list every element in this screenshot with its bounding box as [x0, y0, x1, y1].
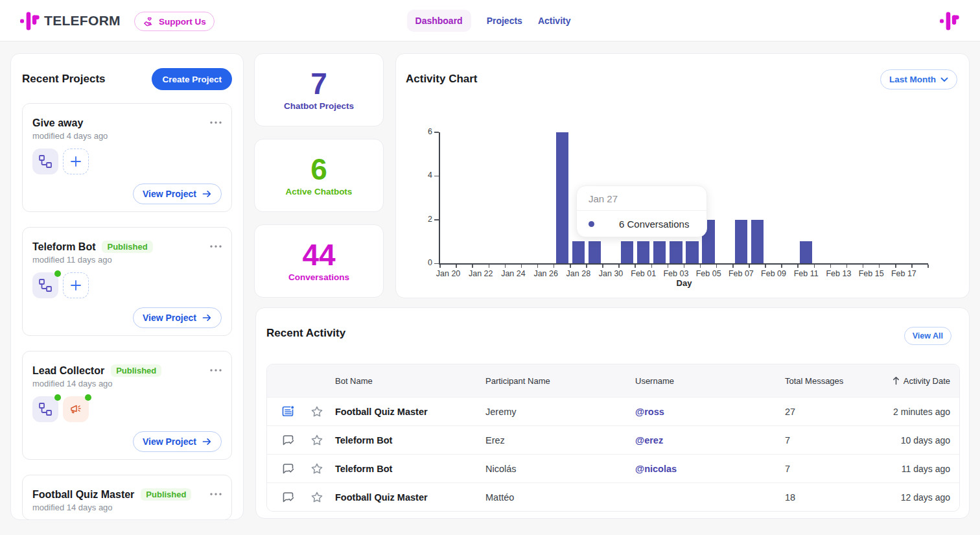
- username-link[interactable]: @nicolas: [635, 464, 785, 474]
- hand-heart-icon: [143, 16, 155, 28]
- flow-bot-icon[interactable]: [32, 396, 58, 422]
- total-messages: 27: [785, 407, 875, 417]
- active-status-dot: [54, 270, 61, 277]
- x-tick: [928, 265, 929, 268]
- x-tick: [439, 265, 441, 268]
- nav-activity[interactable]: Activity: [538, 16, 571, 26]
- flow-bot-icon[interactable]: [32, 149, 58, 174]
- arrow-right-icon: [202, 313, 212, 323]
- chart-tooltip: Jan 27 6 Conversations: [576, 185, 707, 237]
- chart-bar[interactable]: [589, 241, 601, 263]
- more-options-icon[interactable]: [210, 117, 222, 125]
- username-link[interactable]: @ross: [635, 407, 785, 417]
- support-us-button[interactable]: Support Us: [134, 12, 215, 31]
- y-tick: [434, 132, 439, 133]
- project-name: Lead Collector: [32, 364, 104, 377]
- more-options-icon[interactable]: [210, 364, 222, 372]
- col-username: Username: [635, 376, 785, 386]
- x-axis-title: Day: [440, 278, 928, 288]
- x-tick: [879, 265, 880, 268]
- arrow-right-icon: [202, 436, 212, 447]
- chart-bar[interactable]: [670, 241, 682, 263]
- y-tick: [434, 263, 439, 265]
- view-project-button[interactable]: View Project: [133, 184, 222, 204]
- x-tick: [489, 265, 490, 268]
- published-badge: Published: [102, 241, 152, 253]
- stat-value: 7: [310, 69, 327, 99]
- x-tick: [635, 265, 636, 268]
- activity-row[interactable]: Teleform Bot Erez @erez 7 10 days ago: [267, 425, 959, 454]
- chart-bar[interactable]: [621, 241, 633, 263]
- bot-name: Teleform Bot: [335, 464, 485, 474]
- tooltip-series-dot: [589, 221, 594, 227]
- view-project-button[interactable]: View Project: [133, 307, 222, 328]
- x-tick: [618, 265, 620, 268]
- broadcast-bot-icon[interactable]: [63, 396, 89, 422]
- col-bot-name: Bot Name: [335, 376, 485, 386]
- x-tick-label: Feb 01: [627, 269, 659, 278]
- x-tick: [602, 265, 603, 268]
- chart-bar[interactable]: [637, 241, 649, 263]
- view-project-button[interactable]: View Project: [133, 431, 222, 452]
- recent-projects-panel: Recent Projects Create Project Give away…: [10, 53, 244, 520]
- star-icon[interactable]: [310, 405, 323, 418]
- flow-bot-icon[interactable]: [32, 272, 58, 298]
- chart-bar[interactable]: [686, 241, 698, 263]
- x-tick: [537, 265, 539, 268]
- activity-row[interactable]: Football Quiz Master Jeremy @ross 27 2 m…: [267, 397, 959, 425]
- x-tick: [505, 265, 506, 268]
- chat-read-icon[interactable]: [281, 433, 295, 447]
- x-tick-label: Feb 07: [725, 269, 757, 278]
- chart-bar[interactable]: [572, 241, 585, 263]
- more-options-icon[interactable]: [210, 488, 222, 496]
- project-modified: modified 14 days ago: [32, 503, 222, 512]
- project-card: Lead Collector Published modified 14 day…: [22, 351, 232, 460]
- add-bot-button[interactable]: [63, 272, 89, 298]
- participant-name: Erez: [485, 435, 635, 446]
- project-card: Teleform Bot Published modified 11 days …: [22, 227, 232, 336]
- activity-row[interactable]: Football Quiz Master Mattéo 18 12 days a…: [267, 482, 959, 511]
- total-messages: 7: [785, 435, 875, 446]
- project-card: Give away modified 4 days ago View Proje…: [22, 103, 232, 212]
- x-tick: [781, 265, 782, 268]
- star-icon[interactable]: [310, 434, 323, 447]
- x-tick: [472, 265, 473, 268]
- chart-bar[interactable]: [751, 220, 764, 263]
- chart-bar[interactable]: [735, 220, 747, 263]
- stat-value: 44: [302, 240, 335, 270]
- chart-bar[interactable]: [653, 241, 666, 263]
- add-bot-button[interactable]: [63, 149, 89, 174]
- more-options-icon[interactable]: [210, 241, 222, 248]
- col-total-messages: Total Messages: [785, 376, 875, 386]
- arrow-right-icon: [202, 189, 212, 199]
- col-activity-date[interactable]: Activity Date: [875, 376, 959, 386]
- x-tick: [651, 265, 653, 268]
- star-icon[interactable]: [310, 491, 323, 504]
- chat-unread-icon[interactable]: [281, 405, 295, 418]
- view-project-label: View Project: [143, 189, 196, 199]
- x-tick-label: Feb 11: [790, 269, 822, 278]
- activity-date: 10 days ago: [875, 435, 959, 446]
- activity-chart-panel: Activity Chart Last Month 0246Jan 20Jan …: [395, 53, 970, 298]
- top-navbar: TELEFORM Support Us Dashboard Projects A…: [0, 0, 980, 42]
- project-name: Give away: [32, 117, 83, 129]
- view-all-button[interactable]: View All: [904, 327, 951, 345]
- create-project-button[interactable]: Create Project: [152, 68, 232, 90]
- star-icon[interactable]: [310, 462, 323, 475]
- nav-dashboard[interactable]: Dashboard: [407, 10, 471, 32]
- y-axis-line: [439, 132, 440, 265]
- chart-bar[interactable]: [556, 132, 568, 263]
- stat-label: Active Chatbots: [286, 187, 353, 196]
- activity-row[interactable]: Teleform Bot Nicolás @nicolas 7 11 days …: [267, 454, 959, 482]
- project-name: Football Quiz Master: [32, 488, 134, 501]
- x-tick-label: Jan 20: [432, 269, 464, 278]
- table-header-row: Bot Name Participant Name Username Total…: [267, 364, 959, 397]
- nav-projects[interactable]: Projects: [487, 16, 522, 26]
- chart-bar[interactable]: [800, 241, 812, 263]
- username-link[interactable]: @erez: [635, 435, 785, 446]
- chat-read-icon[interactable]: [281, 462, 295, 475]
- chat-read-icon[interactable]: [281, 490, 295, 504]
- brand-name: TELEFORM: [44, 13, 121, 29]
- x-tick-label: Jan 28: [563, 269, 594, 278]
- activity-date: 12 days ago: [875, 492, 959, 503]
